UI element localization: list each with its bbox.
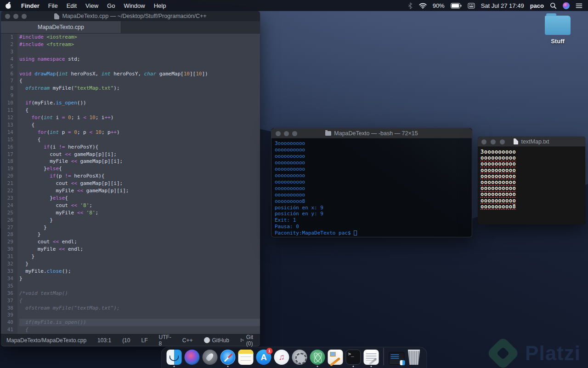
siri-menu-icon[interactable] [563,2,570,9]
dock-siri[interactable] [184,350,201,367]
menu-bar-clock[interactable]: Sat Jul 27 17:49 [481,2,524,9]
menu-go[interactable]: Go [107,2,115,9]
textedit-titlebar[interactable]: textMap.txt [478,137,585,147]
desktop-folder-stuff[interactable]: Stuff [541,16,574,45]
code-line[interactable]: if(p != heroPosX){ [19,172,260,180]
dock-system-preferences[interactable] [291,350,308,367]
code-line[interactable]: for(int i = 0; i < 10; i++) [19,114,260,121]
code-line[interactable]: { [19,77,260,85]
dock-textedit[interactable] [363,350,380,367]
code-line[interactable]: } [19,231,260,238]
code-line[interactable]: myFile << gameMap[p][i]; [19,187,260,195]
editor-code[interactable]: #include <iostream>#include <fstream> us… [17,34,260,334]
code-line[interactable]: myFile.close(); [19,268,260,275]
code-line[interactable]: cout << endl; [19,238,260,246]
code-line[interactable]: if(myFile.is_open()) [19,319,260,326]
code-line[interactable]: myFile << gameMap[p][i]; [19,158,260,165]
code-line[interactable]: { [19,136,260,144]
minimized-window-icon [389,352,405,365]
code-line[interactable]: for(int p = 0; p < 10; p++) [19,129,260,136]
code-line[interactable]: }else{ [19,165,260,172]
code-line[interactable] [19,63,260,70]
close-button[interactable] [481,139,486,144]
input-menu-icon[interactable] [468,3,475,9]
platzi-watermark-text: Platzi [525,342,581,365]
code-line[interactable]: } [19,260,260,268]
apple-menu-icon[interactable] [6,2,11,9]
dock-finder[interactable] [166,350,183,367]
editor-titlebar[interactable]: MapaDeTexto.cpp — ~/Desktop/Stuff/Progra… [1,11,260,21]
close-button[interactable] [276,131,281,136]
code-line[interactable]: if(myFile.is_open()) [19,99,260,107]
fast-user-switch[interactable]: paco [530,2,544,9]
code-line[interactable]: cout << gameMap[p][i]; [19,151,260,158]
minimize-button[interactable] [284,131,289,136]
code-line[interactable]: using namespace std; [19,56,260,63]
close-button[interactable] [5,14,10,19]
code-line[interactable]: ofstream myFile("textMap.txt"); [19,85,260,92]
code-line[interactable]: } [19,253,260,260]
zoom-button[interactable] [292,131,297,136]
code-line[interactable]: }else{ [19,195,260,202]
code-line[interactable] [19,311,260,319]
code-line[interactable]: /*void textMap() [19,290,260,297]
code-line[interactable]: cout << '8'; [19,202,260,209]
code-line[interactable]: #include <fstream> [19,41,260,48]
wifi-icon[interactable] [419,3,427,9]
zoom-button[interactable] [500,139,505,144]
menu-finder[interactable]: Finder [21,2,40,9]
dock-minimized-window[interactable] [388,352,405,367]
dock-notes[interactable] [237,350,254,367]
git-branch-icon [240,337,244,343]
minimize-button[interactable] [13,14,18,19]
code-line[interactable]: } [19,217,260,224]
code-line[interactable]: cout << gameMap[p][i]; [19,180,260,187]
dock-trash[interactable] [406,350,423,367]
code-line[interactable]: #include <iostream> [19,34,260,41]
menu-help[interactable]: Help [154,2,166,9]
menu-file[interactable]: File [48,2,58,9]
menu-window[interactable]: Window [124,2,145,9]
dock-launchpad[interactable] [202,350,219,367]
code-line[interactable]: { [19,121,260,129]
code-line[interactable]: { [19,107,260,114]
textedit-body[interactable]: 3ooooooooooooooooooooooooooooooooooooooo… [478,147,585,212]
dock-terminal[interactable] [345,350,362,367]
code-line[interactable]: } [19,275,260,282]
git-status[interactable]: Git (0) [240,334,255,347]
dock-app-store[interactable]: 1 [255,350,272,367]
terminal-body[interactable]: 3ooooooooooooooooooooooooooooooooooooooo… [271,138,472,237]
code-line[interactable] [19,282,260,290]
dock-pages[interactable] [327,350,344,367]
status-wrap-indicator[interactable]: (10 [122,337,130,344]
github-status[interactable]: GitHub [204,337,229,344]
tab-mapadetexto[interactable]: MapaDeTexto.cpp [1,21,121,33]
code-line[interactable]: myFile << '8'; [19,209,260,217]
menu-edit[interactable]: Edit [67,2,77,9]
dock-safari[interactable] [220,350,237,367]
status-cursor-position[interactable]: 103:1 [97,337,111,344]
code-line[interactable]: { [19,326,260,334]
notification-center-icon[interactable] [576,3,582,9]
code-line[interactable] [19,92,260,99]
code-line[interactable]: if(i != heroPosY){ [19,144,260,151]
terminal-titlebar[interactable]: MapaDeTexto — -bash — 72×15 [271,128,472,138]
code-line[interactable]: ofstream myFile("textMap.txt"); [19,305,260,312]
battery-icon[interactable] [451,3,462,9]
code-line[interactable]: { [19,297,260,305]
code-line[interactable]: void drawMap(int heroPosX, int heroPosY,… [19,70,260,78]
code-line[interactable]: } [19,224,260,231]
zoom-button[interactable] [22,14,27,19]
code-line[interactable]: myFile << endl; [19,246,260,253]
status-line-ending[interactable]: LF [141,337,147,344]
bluetooth-icon[interactable] [407,2,413,9]
code-line[interactable] [19,48,260,56]
minimize-button[interactable] [491,139,496,144]
status-file-path[interactable]: MapaDeTexto/MapaDeTexto.cpp [6,337,86,344]
dock-itunes[interactable] [273,350,290,367]
dock-atom[interactable] [309,350,326,367]
status-encoding[interactable]: UTF-8 [158,334,171,347]
spotlight-search-icon[interactable] [550,2,557,9]
menu-view[interactable]: View [85,2,98,9]
status-language[interactable]: C++ [182,337,193,344]
